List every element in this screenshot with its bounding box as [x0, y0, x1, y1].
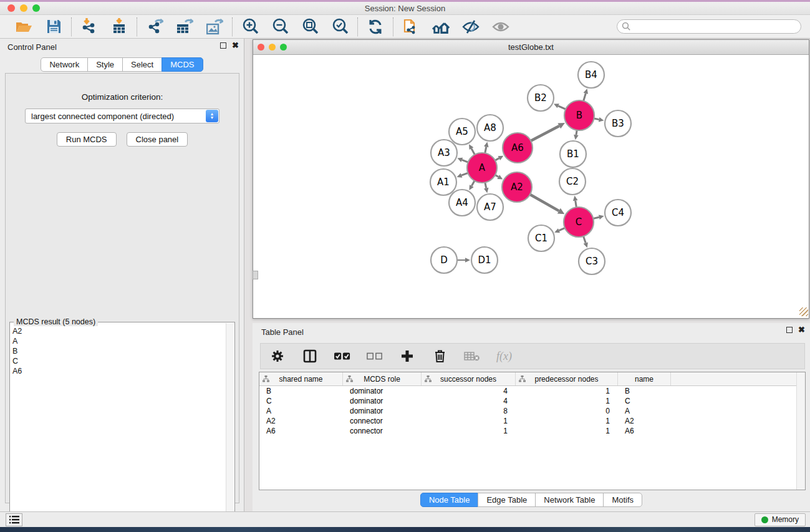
column-header-MCDS-role[interactable]: MCDS role	[343, 372, 422, 385]
result-item[interactable]: A6	[12, 366, 224, 376]
close-panel-button[interactable]: Close panel	[127, 132, 188, 147]
column-header-successor-nodes[interactable]: successor nodes	[422, 372, 516, 385]
edge-arrowhead-icon	[584, 242, 588, 248]
table-cell[interactable]: 0	[516, 407, 618, 415]
refresh-layout-icon[interactable]	[367, 18, 384, 36]
table-cell[interactable]: 1	[516, 397, 618, 405]
network-graph[interactable]: B4B2BB3B1A5A8A6A3AA1A2C2A4A7C4CC1C3DD1	[253, 55, 809, 317]
table-row[interactable]: Cdominator41C	[259, 396, 805, 406]
table-cell[interactable]: 1	[516, 387, 618, 395]
open-session-icon[interactable]	[15, 18, 32, 36]
home-icon[interactable]	[432, 18, 450, 36]
save-session-icon[interactable]	[45, 18, 62, 36]
table-cell[interactable]: 1	[422, 417, 516, 425]
split-columns-icon[interactable]	[302, 348, 318, 364]
table-cell[interactable]: dominator	[343, 397, 422, 405]
result-item[interactable]: A2	[12, 326, 224, 336]
table-cell[interactable]: C	[618, 397, 671, 405]
show-eye-icon[interactable]	[492, 18, 509, 36]
tab-style[interactable]: Style	[87, 57, 123, 72]
add-column-icon[interactable]	[399, 348, 415, 364]
table-cell[interactable]: A6	[259, 427, 343, 435]
tab-network[interactable]: Network	[41, 57, 88, 72]
node-label: A8	[484, 122, 496, 133]
table-row[interactable]: Bdominator41B	[259, 386, 805, 396]
table-cell[interactable]: B	[618, 387, 671, 395]
import-network-icon[interactable]	[80, 18, 98, 36]
table-row[interactable]: A6connector11A6	[259, 426, 805, 436]
table-cell[interactable]: 1	[516, 427, 618, 435]
edge-arrowhead-icon	[584, 89, 588, 94]
window-titlebar: Session: New Session	[0, 2, 810, 15]
table-cell[interactable]: A2	[259, 417, 343, 425]
tab-node-table[interactable]: Node Table	[420, 493, 479, 507]
mcds-result-list[interactable]: A2ABCA6	[12, 326, 224, 532]
close-panel-icon[interactable]: ✖	[232, 42, 239, 49]
canvas-edge-grip[interactable]	[253, 271, 258, 279]
deselect-all-checkboxes-icon[interactable]	[367, 348, 383, 364]
table-cell[interactable]: connector	[343, 427, 422, 435]
column-header-predecessor-nodes[interactable]: predecessor nodes	[516, 372, 618, 385]
zoom-selected-icon[interactable]	[331, 18, 349, 36]
hide-panels-eye-slash-icon[interactable]	[462, 18, 480, 36]
table-cell[interactable]: C	[259, 397, 343, 405]
table-row[interactable]: Adominator80A	[259, 406, 805, 416]
edge-arrowhead-icon	[484, 142, 489, 148]
memory-button[interactable]: Memory	[755, 513, 806, 526]
edge-arrowhead-icon	[484, 188, 489, 193]
tab-network-table[interactable]: Network Table	[535, 493, 604, 507]
table-cell[interactable]: 1	[516, 417, 618, 425]
float-panel-icon[interactable]	[220, 42, 226, 49]
table-cell[interactable]: A2	[618, 417, 671, 425]
export-network-icon[interactable]	[146, 18, 163, 36]
zoom-in-icon[interactable]	[241, 18, 259, 36]
table-cell[interactable]: B	[259, 387, 343, 395]
table-cell[interactable]: 1	[422, 427, 516, 435]
result-item[interactable]: B	[12, 346, 224, 356]
edge-arrowhead-icon	[574, 135, 579, 140]
table-cell[interactable]: A	[259, 407, 343, 415]
zoom-out-icon[interactable]	[271, 18, 289, 36]
result-item[interactable]: C	[12, 356, 224, 366]
destroy-table-icon[interactable]	[464, 348, 480, 364]
network-window-titlebar[interactable]: testGlobe.txt	[253, 40, 809, 55]
delete-column-trash-icon[interactable]	[432, 348, 448, 364]
search-input[interactable]	[617, 19, 801, 34]
settings-gear-icon[interactable]	[269, 348, 286, 364]
column-header-name[interactable]: name	[618, 372, 671, 385]
result-item[interactable]: A	[12, 336, 224, 346]
new-network-from-selection-icon[interactable]	[402, 18, 420, 36]
float-table-panel-icon[interactable]	[786, 327, 793, 333]
tab-select[interactable]: Select	[122, 57, 162, 72]
import-table-icon[interactable]	[110, 18, 128, 36]
select-all-checkboxes-icon[interactable]	[334, 348, 350, 364]
app-window: Session: New Session	[0, 0, 810, 532]
table-cell[interactable]: connector	[343, 417, 422, 425]
table-row[interactable]: A2connector11A2	[259, 416, 805, 426]
function-builder-button[interactable]: f(x)	[496, 350, 512, 363]
table-cell[interactable]: dominator	[343, 387, 422, 395]
column-header-shared-name[interactable]: shared name	[259, 372, 343, 385]
result-scrollbar[interactable]	[226, 323, 234, 532]
tab-edge-table[interactable]: Edge Table	[478, 493, 536, 507]
tab-motifs[interactable]: Motifs	[603, 493, 642, 507]
table-cell[interactable]: 8	[422, 407, 516, 415]
zoom-fit-icon[interactable]	[301, 18, 319, 36]
table-scrollbar[interactable]	[796, 372, 805, 490]
control-panel: Control Panel ✖ NetworkStyleSelectMCDS O…	[0, 39, 244, 511]
close-table-panel-icon[interactable]: ✖	[798, 327, 805, 333]
run-mcds-button[interactable]: Run MCDS	[57, 132, 117, 147]
memory-status-dot	[761, 516, 768, 523]
network-canvas[interactable]: B4B2BB3B1A5A8A6A3AA1A2C2A4A7C4CC1C3DD1	[253, 55, 809, 317]
table-cell[interactable]: A6	[618, 427, 671, 435]
tab-mcds[interactable]: MCDS	[162, 57, 203, 72]
table-cell[interactable]: 4	[422, 387, 516, 395]
export-image-icon[interactable]	[206, 18, 223, 36]
window-resize-grip[interactable]	[799, 307, 808, 316]
task-history-list-icon[interactable]	[6, 513, 22, 526]
table-cell[interactable]: dominator	[343, 407, 422, 415]
optimization-criterion-select[interactable]: largest connected component (directed) ▲…	[25, 109, 219, 123]
export-table-icon[interactable]	[176, 18, 193, 36]
table-cell[interactable]: A	[618, 407, 671, 415]
table-cell[interactable]: 4	[422, 397, 516, 405]
